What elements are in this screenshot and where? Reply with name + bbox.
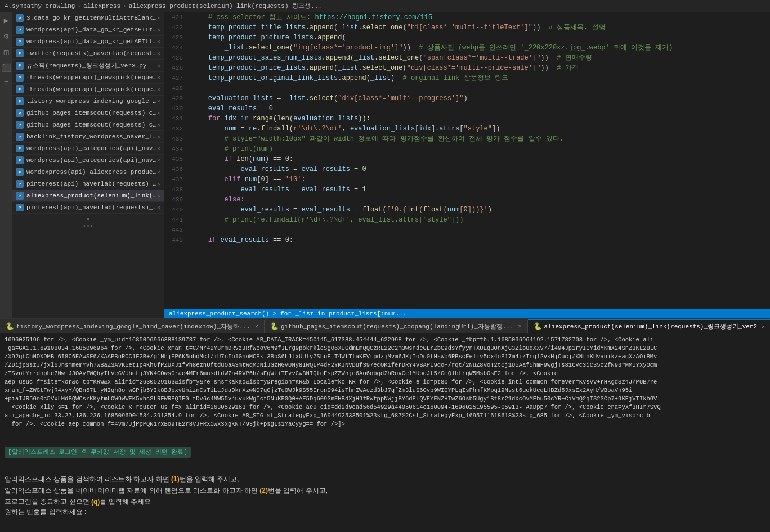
sidebar-item-11[interactable]: P wordpress(api)_categories(api)_naverla… [12, 143, 164, 155]
close-btn-9[interactable]: ✕ [157, 121, 160, 128]
cookie-line-4: /TSvoHYrrdnpbe7NwfJ3OAyIWQbyILVeGVUhcLj3… [5, 369, 765, 378]
close-btn-4[interactable]: ✕ [157, 62, 160, 69]
python-icon-4: P [16, 62, 24, 70]
close-btn-16[interactable]: ✕ [157, 204, 160, 211]
line-num-425: 425 [164, 53, 190, 63]
sidebar-item-4[interactable]: P 뉴스픽(requests)_링크생성기_ver3.py ✕ [12, 60, 164, 72]
sidebar-item-9[interactable]: P github_pages_itemscout(requests)_coopa… [12, 119, 164, 131]
success-text: [알리익스프레스 로그인 후 쿠키값 저장 및 세션 리턴 완료] [5, 447, 191, 458]
sidebar-item-16[interactable]: P pinterest(api)_naverlab(requests)_coop… [12, 202, 164, 214]
sidebar-label-15: aliexpress_product(selenium)_link(reques [26, 192, 157, 199]
line-num-430: 430 [164, 103, 190, 114]
code-line-434: 434 # print(num) [164, 144, 770, 154]
terminal-content[interactable]: 1696025196 for />, <Cookie _ym_uid=16850… [0, 333, 770, 532]
code-line-431: 431 for idx in range(len(evaluation_list… [164, 114, 770, 124]
close-btn-2[interactable]: ✕ [157, 38, 160, 45]
python-icon-7: P [16, 97, 24, 105]
breadcrumb: 4.sympathy_crawling › aliexpress › aliex… [0, 0, 770, 12]
close-btn-1[interactable]: ✕ [157, 26, 160, 33]
sidebar-item-15[interactable]: P aliexpress_product(selenium)_link(requ… [12, 190, 164, 202]
line-num-443: 443 [164, 235, 190, 245]
code-editor: 421 # css selector 참고 사이트: https://hogni… [164, 12, 770, 318]
empty-line-2 [5, 462, 765, 471]
code-line-438: 438 eval_results = eval_results + 1 [164, 184, 770, 195]
sidebar-label-8: github_pages_itemscout(requests)_coopa [26, 110, 157, 116]
code-line-425: 425 temp_product_sales_num_lists.append(… [164, 53, 770, 63]
cookie-line-2: /X92qtChNDX9MBl6I8C6EAwSF6/KAAPBnROC1F2B… [5, 353, 765, 361]
sidebar-label-9: github_pages_itemscout(requests)_coopa [26, 121, 157, 128]
sidebar-scroll-arrows: ▼ ••• [12, 214, 164, 232]
terminal-tab-close-1[interactable]: ✕ [518, 323, 522, 330]
search-icon[interactable]: ◫ [1, 46, 12, 57]
code-line-422: 422 temp_product_title_lists.append(_lis… [164, 22, 770, 33]
terminal-tab-0[interactable]: 🐍 tistory_wordpress_indexing_google_bind… [0, 320, 265, 333]
input-prompt-line: 원하는 번호를 입력하세요 : [5, 507, 765, 516]
line-num-423: 423 [164, 33, 190, 43]
sidebar-item-6[interactable]: P threads(wrapperapi)_newspick(requests)… [12, 84, 164, 96]
close-btn-6[interactable]: ✕ [157, 86, 160, 93]
close-btn-12[interactable]: ✕ [157, 157, 160, 164]
line-num-421: 421 [164, 12, 190, 22]
close-btn-14[interactable]: ✕ [157, 181, 160, 187]
stop-icon[interactable]: ⬛ [1, 62, 12, 73]
terminal-tab-1[interactable]: 🐍 github_pages_itemscout(requests)_coopa… [265, 320, 528, 333]
scroll-down-arrow[interactable]: ▼ [86, 216, 90, 223]
file-sidebar: P 3.data_go_kr_getItemMultiAttrBlankData… [12, 12, 164, 318]
code-line-432: 432 num = re.findall(r'\d+\.?\d+', evalu… [164, 124, 770, 134]
sidebar-label-4: 뉴스픽(requests)_링크생성기_ver3.py [26, 61, 157, 70]
scroll-more-arrow[interactable]: ••• [83, 223, 94, 229]
close-btn-13[interactable]: ✕ [157, 169, 160, 175]
close-btn-3[interactable]: ✕ [157, 50, 160, 57]
code-scroll-area[interactable]: 421 # css selector 참고 사이트: https://hogni… [164, 12, 770, 309]
sidebar-label-10: backlink_tistory_wordpress_naver_link_up [26, 133, 157, 140]
status-breadcrumb: aliexpress_product_search() > for _list … [164, 309, 770, 318]
sidebar-label-6: threads(wrapperapi)_newspick(requests) _ [26, 86, 157, 93]
python-snake-icon-2: 🐍 [534, 322, 542, 331]
editor-area: ▶ ⚙ ◫ ⬛ ≡ P 3.data_go_kr_getItemMultiAtt… [0, 12, 770, 318]
line-num-427: 427 [164, 73, 190, 83]
status-breadcrumb-text: aliexpress_product_search() > for _list … [169, 310, 406, 317]
line-num-440: 440 [164, 205, 190, 215]
debug-icon[interactable]: ⚙ [1, 30, 12, 42]
close-btn-7[interactable]: ✕ [157, 98, 160, 105]
line-content-429: evaluation_lists = _list.select("div[cla… [190, 93, 770, 103]
code-line-439: 439 else: [164, 195, 770, 205]
sidebar-item-10[interactable]: P backlink_tistory_wordpress_naver_link_… [12, 131, 164, 143]
cookie-line-3: /ZDijpSszJ/jxl6JnsmmemYVh7wBaZ3AvK5etIp4… [5, 361, 765, 369]
line-num-424: 424 [164, 43, 190, 53]
sidebar-item-8[interactable]: P github_pages_itemscout(requests)_coopa… [12, 107, 164, 119]
code-line-435: 435 if len(num) == 0: [164, 154, 770, 164]
line-num-429: 429 [164, 93, 190, 103]
sidebar-item-5[interactable]: P threads(wrapperapi)_newspick(requests)… [12, 72, 164, 84]
line-content-431: for idx in range(len(evaluation_lists)): [190, 114, 770, 124]
sidebar-item-14[interactable]: P pinterest(api)_naverlab(requests)_alie… [12, 178, 164, 190]
sidebar-item-1[interactable]: P wordpress(api)_data_go_kr_getAPTLttotP… [12, 24, 164, 36]
close-btn-0[interactable]: ✕ [157, 15, 160, 21]
terminal-tab-2[interactable]: 🐍 aliexpress_product(selenium)_link(requ… [528, 319, 770, 333]
run-icon[interactable]: ▶ [1, 15, 12, 26]
close-btn-11[interactable]: ✕ [157, 145, 160, 152]
close-btn-15[interactable]: ✕ [157, 192, 160, 199]
cookie-line-0: 1696025196 for />, <Cookie _ym_uid=16850… [5, 336, 765, 344]
sidebar-item-13[interactable]: P wordexpress(api)_aliexpress_product(se… [12, 166, 164, 178]
line-content-430: eval_results = 0 [190, 103, 770, 114]
code-line-442: 442 [164, 225, 770, 235]
terminal-tab-close-2[interactable]: ✕ [762, 323, 765, 330]
close-btn-5[interactable]: ✕ [157, 74, 160, 81]
sidebar-item-7[interactable]: P tistory_wordpress_indexing_google_bind… [12, 96, 164, 107]
close-btn-10[interactable]: ✕ [157, 133, 160, 140]
sidebar-item-12[interactable]: P wordpress(api)_categories(api)_naverla… [12, 155, 164, 166]
extra-icon[interactable]: ≡ [1, 78, 12, 89]
breadcrumb-part1: 4.sympathy_crawling [5, 3, 75, 10]
code-line-428: 428 [164, 83, 770, 93]
line-content-440: eval_results = eval_results + float(f'0.… [190, 205, 770, 215]
terminal-tab-label-1: github_pages_itemscout(requests)_coopang… [281, 322, 514, 331]
terminal-tab-close-0[interactable]: ✕ [255, 323, 258, 330]
sidebar-item-3[interactable]: P twitter(requests)_naverlab(requests)_c… [12, 48, 164, 60]
line-content-425: temp_product_sales_num_lists.append(_lis… [190, 53, 770, 63]
sidebar-item-0[interactable]: P 3.data_go_kr_getItemMultiAttrBlankData… [12, 12, 164, 24]
left-panel: ▶ ⚙ ◫ ⬛ ≡ P 3.data_go_kr_getItemMultiAtt… [0, 12, 164, 318]
sidebar-item-2[interactable]: P wordpress(api)_data_go_kr_getAPTLttotP… [12, 36, 164, 48]
python-icon-16: P [16, 204, 24, 211]
close-btn-8[interactable]: ✕ [157, 110, 160, 116]
